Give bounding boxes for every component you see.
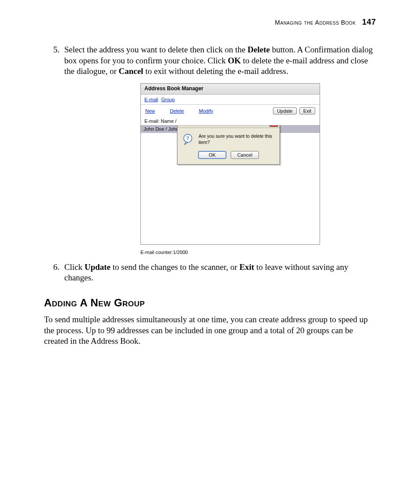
exit-word: Exit xyxy=(239,262,254,272)
address-book-manager: Address Book Manager E-mail Group New De… xyxy=(140,83,320,245)
confirm-dialog: Message from webpage xyxy=(177,125,280,165)
ok-button[interactable]: OK xyxy=(198,151,226,159)
page-number: 147 xyxy=(362,18,376,26)
new-link[interactable]: New xyxy=(145,108,155,114)
email-counter: E-mail counter:1/2000 xyxy=(140,249,320,255)
update-button[interactable]: Update xyxy=(273,107,296,114)
abm-tabs: E-mail Group xyxy=(141,95,320,103)
question-icon: ? xyxy=(183,134,194,145)
tab-email[interactable]: E-mail xyxy=(144,97,158,102)
cancel-word: Cancel xyxy=(118,66,143,76)
step-6: Click Update to send the changes to the … xyxy=(62,262,376,283)
modify-link[interactable]: Modify xyxy=(199,108,213,114)
step-5: Select the address you want to delete th… xyxy=(62,44,376,256)
section-heading: Adding A New Group xyxy=(44,297,376,309)
ok-word: OK xyxy=(228,56,241,65)
svg-text:?: ? xyxy=(186,135,189,141)
dialog-text: Are you sure you want to delete this ite… xyxy=(199,133,274,145)
delete-word: Delete xyxy=(247,45,270,54)
cancel-button[interactable]: Cancel xyxy=(231,151,259,159)
section-paragraph: To send multiple addresses simultaneousl… xyxy=(44,314,376,347)
email-list[interactable]: John Doe / John Message from webpage xyxy=(141,125,320,244)
close-icon[interactable] xyxy=(269,125,278,127)
dialog-titlebar: Message from webpage xyxy=(177,125,280,128)
dialog-title: Message from webpage xyxy=(181,125,236,126)
running-head: Managing the Address Book 147 xyxy=(44,18,376,27)
figure-wrap: Address Book Manager E-mail Group New De… xyxy=(85,83,376,255)
update-word: Update xyxy=(85,262,111,272)
figure-column: Address Book Manager E-mail Group New De… xyxy=(140,83,320,255)
abm-title: Address Book Manager xyxy=(141,84,320,95)
step-list: Select the address you want to delete th… xyxy=(44,44,376,283)
column-header: E-mail: Name / xyxy=(141,117,320,125)
tab-group[interactable]: Group xyxy=(161,97,175,102)
delete-link[interactable]: Delete xyxy=(170,108,184,114)
running-title: Managing the Address Book xyxy=(275,19,356,26)
abm-toolbar: New Delete Modify Update Exit xyxy=(141,105,320,117)
exit-button[interactable]: Exit xyxy=(299,107,315,114)
